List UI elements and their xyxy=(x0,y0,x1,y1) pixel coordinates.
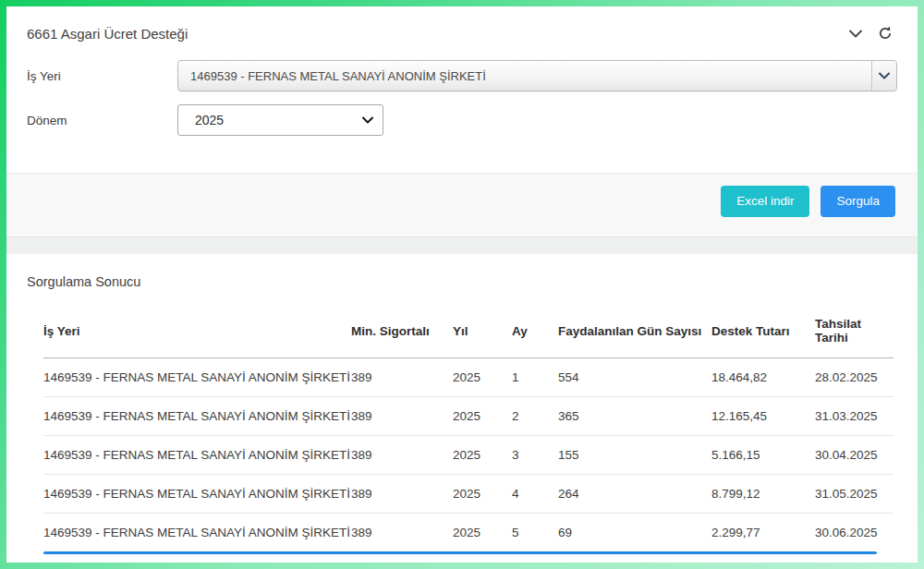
table-body: 1469539 - FERNAS METAL SANAYİ ANONİM ŞİR… xyxy=(43,358,894,551)
results-title: Sorgulama Sonucu xyxy=(27,274,897,289)
table-cell: 8.799,12 xyxy=(711,475,815,513)
recording-border: 6661 Asgari Ücret Desteği İş Yeri xyxy=(0,0,924,569)
table-cell: 31.05.2025 xyxy=(815,475,894,513)
results-table: İş YeriMin. SigortalıYılAyFaydalanılan G… xyxy=(43,308,894,551)
table-cell: 2025 xyxy=(453,397,512,435)
table-cell: 18.464,82 xyxy=(711,358,815,396)
page: 6661 Asgari Ücret Desteği İş Yeri xyxy=(6,6,918,563)
table-row: 1469539 - FERNAS METAL SANAYİ ANONİM ŞİR… xyxy=(43,475,894,514)
table-cell: 2025 xyxy=(453,514,512,551)
table-cell: 155 xyxy=(558,436,711,474)
table-cell: 69 xyxy=(558,514,711,551)
table-scrollbar[interactable] xyxy=(43,551,877,554)
table-cell: 389 xyxy=(351,475,453,513)
table-header-cell: İş Yeri xyxy=(43,315,351,351)
table-cell: 28.02.2025 xyxy=(815,358,894,396)
table-cell: 5 xyxy=(512,514,558,551)
table-cell: 1469539 - FERNAS METAL SANAYİ ANONİM ŞİR… xyxy=(43,358,351,396)
table-cell: 389 xyxy=(351,436,453,474)
excel-download-button[interactable]: Excel indir xyxy=(721,186,809,217)
isyeri-dropdown[interactable]: 1469539 - FERNAS METAL SANAYİ ANONİM ŞİR… xyxy=(177,60,897,91)
table-header-cell: Min. Sigortalı xyxy=(351,315,453,351)
table-cell: 2025 xyxy=(453,475,512,513)
collapse-panel-icon[interactable] xyxy=(847,25,864,42)
table-cell: 2025 xyxy=(453,358,512,396)
isyeri-label: İş Yeri xyxy=(27,69,177,83)
table-cell: 365 xyxy=(558,397,711,435)
table-header-cell: Ay xyxy=(512,315,558,351)
donem-select[interactable]: 2025 xyxy=(177,104,383,136)
table-header-cell: Tahsilat Tarihi xyxy=(815,308,894,357)
table-cell: 2025 xyxy=(453,436,512,474)
table-cell: 1469539 - FERNAS METAL SANAYİ ANONİM ŞİR… xyxy=(43,514,351,551)
table-cell: 389 xyxy=(351,397,453,435)
table-cell: 1469539 - FERNAS METAL SANAYİ ANONİM ŞİR… xyxy=(43,475,351,513)
table-header-cell: Yıl xyxy=(453,315,512,351)
table-cell: 30.04.2025 xyxy=(815,436,894,474)
table-cell: 2.299,77 xyxy=(711,514,815,551)
table-header-cell: Destek Tutarı xyxy=(711,315,815,351)
table-cell: 5.166,15 xyxy=(711,436,815,474)
table-cell: 30.06.2025 xyxy=(815,514,894,551)
isyeri-dropdown-value: 1469539 - FERNAS METAL SANAYİ ANONİM ŞİR… xyxy=(178,61,871,91)
table-cell: 554 xyxy=(558,358,711,396)
table-header-cell: Faydalanılan Gün Sayısı xyxy=(558,315,711,351)
table-row: 1469539 - FERNAS METAL SANAYİ ANONİM ŞİR… xyxy=(43,358,894,397)
table-cell: 264 xyxy=(558,475,711,513)
table-cell: 12.165,45 xyxy=(711,397,815,435)
isyeri-dropdown-chevron-icon[interactable] xyxy=(871,61,896,91)
table-header-row: İş YeriMin. SigortalıYılAyFaydalanılan G… xyxy=(43,308,894,358)
table-row: 1469539 - FERNAS METAL SANAYİ ANONİM ŞİR… xyxy=(43,514,894,551)
field-row-isyeri: İş Yeri 1469539 - FERNAS METAL SANAYİ AN… xyxy=(27,60,897,91)
donem-select-chevron-icon xyxy=(362,116,373,124)
donem-label: Dönem xyxy=(27,114,177,127)
table-cell: 3 xyxy=(512,436,558,474)
donem-select-value: 2025 xyxy=(195,113,224,127)
table-cell: 1469539 - FERNAS METAL SANAYİ ANONİM ŞİR… xyxy=(43,436,351,474)
form-actions: Excel indir Sorgula xyxy=(6,173,918,237)
table-cell: 2 xyxy=(512,397,558,435)
table-cell: 1 xyxy=(512,358,558,396)
field-row-donem: Dönem 2025 xyxy=(27,104,897,136)
table-row: 1469539 - FERNAS METAL SANAYİ ANONİM ŞİR… xyxy=(43,436,894,475)
panel-title: 6661 Asgari Ücret Desteği xyxy=(27,26,188,42)
table-cell: 389 xyxy=(351,358,453,396)
table-row: 1469539 - FERNAS METAL SANAYİ ANONİM ŞİR… xyxy=(43,397,894,436)
table-cell: 31.03.2025 xyxy=(815,397,894,435)
table-cell: 389 xyxy=(351,514,453,551)
refresh-icon[interactable] xyxy=(877,25,894,42)
results-panel: Sorgulama Sonucu İş YeriMin. SigortalıYı… xyxy=(6,254,918,563)
table-cell: 4 xyxy=(512,475,558,513)
query-panel: 6661 Asgari Ücret Desteği İş Yeri xyxy=(6,6,918,237)
cards-gap xyxy=(6,237,918,254)
query-button[interactable]: Sorgula xyxy=(821,186,895,217)
table-cell: 1469539 - FERNAS METAL SANAYİ ANONİM ŞİR… xyxy=(43,397,351,435)
